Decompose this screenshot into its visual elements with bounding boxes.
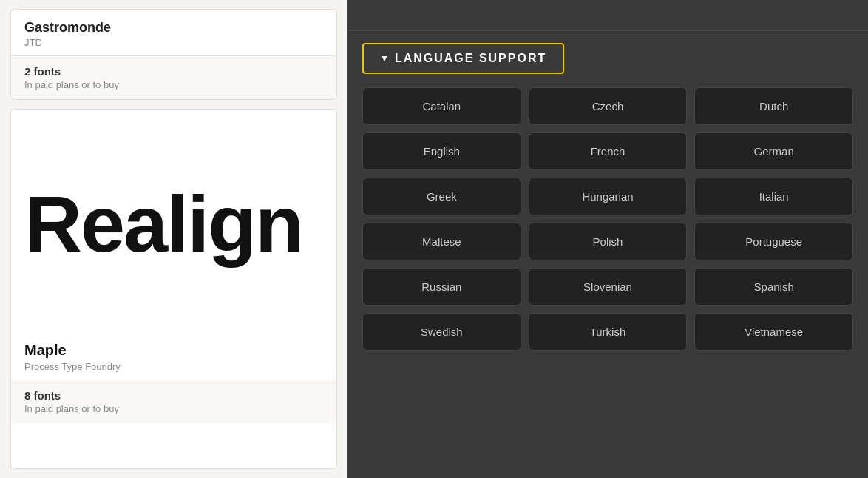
language-section: ▼ LANGUAGE SUPPORT CatalanCzechDutchEngl… bbox=[347, 31, 868, 478]
fonts-desc-gastromonde: In paid plans or to buy bbox=[24, 79, 323, 90]
fonts-count-maple: 8 fonts bbox=[24, 389, 323, 402]
language-button[interactable]: Italian bbox=[694, 178, 853, 215]
right-panel: ▼ LANGUAGE SUPPORT CatalanCzechDutchEngl… bbox=[347, 0, 868, 478]
font-preview-area: Realign bbox=[11, 110, 336, 331]
language-button[interactable]: Greek bbox=[362, 178, 521, 215]
font-card-bottom-gastromonde: 2 fonts In paid plans or to buy bbox=[11, 56, 336, 99]
language-button[interactable]: Vietnamese bbox=[694, 313, 853, 351]
language-button[interactable]: Russian bbox=[362, 268, 521, 306]
language-arrow-icon: ▼ bbox=[380, 53, 389, 64]
left-panel: Gastromonde JTD 2 fonts In paid plans or… bbox=[0, 0, 347, 478]
language-button[interactable]: Polish bbox=[529, 223, 688, 260]
language-button[interactable]: French bbox=[529, 132, 688, 170]
fonts-desc-maple: In paid plans or to buy bbox=[24, 403, 323, 414]
language-support-label: LANGUAGE SUPPORT bbox=[395, 52, 546, 65]
language-button[interactable]: Maltese bbox=[362, 223, 521, 260]
language-button[interactable]: Turkish bbox=[529, 313, 688, 351]
font-card-gastromonde: Gastromonde JTD 2 fonts In paid plans or… bbox=[10, 9, 337, 100]
language-button[interactable]: Spanish bbox=[694, 268, 853, 306]
font-card-bottom-maple: 8 fonts In paid plans or to buy bbox=[11, 380, 336, 423]
language-button[interactable]: German bbox=[694, 132, 853, 170]
language-button[interactable]: Czech bbox=[529, 87, 688, 125]
language-button[interactable]: Hungarian bbox=[529, 178, 688, 215]
font-name-gastromonde: Gastromonde bbox=[24, 20, 323, 36]
font-card-top: Gastromonde JTD bbox=[11, 10, 336, 56]
language-button[interactable]: Catalan bbox=[362, 87, 521, 125]
font-info-maple: Maple Process Type Foundry bbox=[11, 331, 336, 380]
top-bar bbox=[347, 0, 868, 31]
language-button[interactable]: Portuguese bbox=[694, 223, 853, 260]
language-button[interactable]: Swedish bbox=[362, 313, 521, 351]
font-preview-text: Realign bbox=[24, 184, 302, 264]
font-name-maple: Maple bbox=[24, 342, 323, 359]
language-button[interactable]: Dutch bbox=[694, 87, 853, 125]
fonts-count-gastromonde: 2 fonts bbox=[24, 65, 323, 78]
font-card-maple: Realign Maple Process Type Foundry 8 fon… bbox=[10, 109, 337, 469]
language-grid: CatalanCzechDutchEnglishFrenchGermanGree… bbox=[362, 87, 853, 366]
language-button[interactable]: Slovenian bbox=[529, 268, 688, 306]
font-foundry-maple: Process Type Foundry bbox=[24, 361, 323, 372]
language-support-button[interactable]: ▼ LANGUAGE SUPPORT bbox=[362, 43, 564, 74]
language-button[interactable]: English bbox=[362, 132, 521, 170]
font-sub-gastromonde: JTD bbox=[24, 37, 323, 48]
